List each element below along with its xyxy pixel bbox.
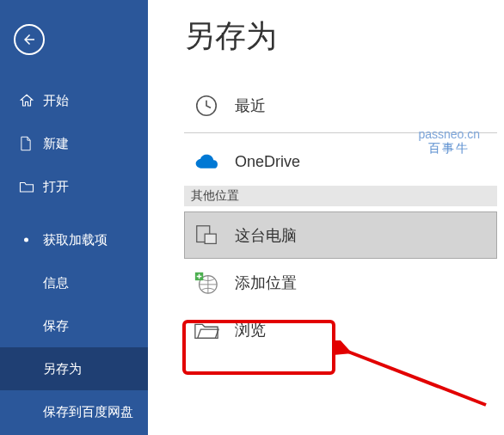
sidebar-item-home[interactable]: 开始 bbox=[0, 79, 148, 122]
location-onedrive[interactable]: OneDrive bbox=[184, 138, 497, 186]
divider bbox=[184, 132, 497, 133]
svg-rect-2 bbox=[205, 234, 216, 243]
sidebar: 开始 新建 打开 获取加载项 信息 保存 另存为 保存到百度网盘 bbox=[0, 0, 148, 435]
new-file-icon bbox=[19, 136, 43, 151]
home-icon bbox=[19, 93, 43, 108]
open-folder-icon bbox=[19, 180, 43, 193]
location-label: 添加位置 bbox=[235, 273, 297, 293]
sidebar-item-label: 信息 bbox=[43, 275, 69, 291]
sidebar-item-open[interactable]: 打开 bbox=[0, 165, 148, 208]
sidebar-item-label: 新建 bbox=[43, 136, 69, 152]
location-label: 最近 bbox=[235, 95, 266, 116]
location-label: 浏览 bbox=[235, 320, 266, 340]
sidebar-item-label: 保存 bbox=[43, 318, 69, 334]
onedrive-icon bbox=[194, 153, 235, 172]
sidebar-item-label: 获取加载项 bbox=[43, 232, 108, 248]
add-location-icon bbox=[194, 270, 235, 296]
location-browse[interactable]: 浏览 bbox=[184, 306, 497, 353]
section-header-other: 其他位置 bbox=[184, 186, 497, 206]
location-recent[interactable]: 最近 bbox=[184, 82, 497, 129]
location-this-pc[interactable]: 这台电脑 bbox=[184, 211, 497, 259]
sidebar-item-label: 另存为 bbox=[43, 361, 82, 377]
clock-icon bbox=[194, 93, 235, 119]
page-title: 另存为 bbox=[184, 15, 497, 58]
sidebar-item-save-baidu[interactable]: 保存到百度网盘 bbox=[0, 390, 148, 433]
sidebar-item-new[interactable]: 新建 bbox=[0, 122, 148, 165]
location-add-place[interactable]: 添加位置 bbox=[184, 259, 497, 306]
sidebar-item-saveas[interactable]: 另存为 bbox=[0, 347, 148, 390]
sidebar-item-label: 开始 bbox=[43, 93, 69, 109]
sidebar-item-save[interactable]: 保存 bbox=[0, 304, 148, 347]
sidebar-item-info[interactable]: 信息 bbox=[0, 261, 148, 304]
location-label: OneDrive bbox=[235, 153, 300, 171]
location-list: 最近 OneDrive 其他位置 这台电脑 添加位置 bbox=[184, 82, 497, 353]
browse-folder-icon bbox=[194, 319, 235, 341]
this-pc-icon bbox=[194, 223, 235, 248]
back-arrow-icon bbox=[22, 32, 37, 47]
sidebar-item-label: 保存到百度网盘 bbox=[43, 404, 133, 420]
sidebar-item-label: 打开 bbox=[43, 179, 69, 195]
location-label: 这台电脑 bbox=[235, 225, 297, 246]
main-panel: 另存为 最近 OneDrive 其他位置 这台电脑 bbox=[148, 0, 504, 435]
sidebar-item-addins[interactable]: 获取加载项 bbox=[0, 218, 148, 261]
back-button[interactable] bbox=[14, 24, 45, 55]
